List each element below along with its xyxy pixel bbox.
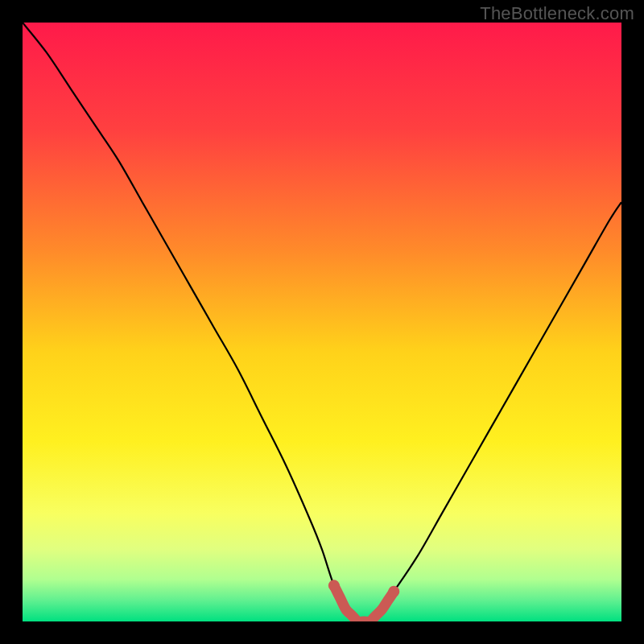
watermark-text: TheBottleneck.com [480, 3, 634, 24]
highlight-endpoint-left-icon [328, 580, 340, 591]
plot-area [23, 23, 621, 621]
gradient-background [23, 23, 621, 621]
highlight-endpoint-right-icon [388, 586, 399, 597]
chart-svg [23, 23, 621, 621]
chart-frame: TheBottleneck.com [0, 0, 644, 644]
